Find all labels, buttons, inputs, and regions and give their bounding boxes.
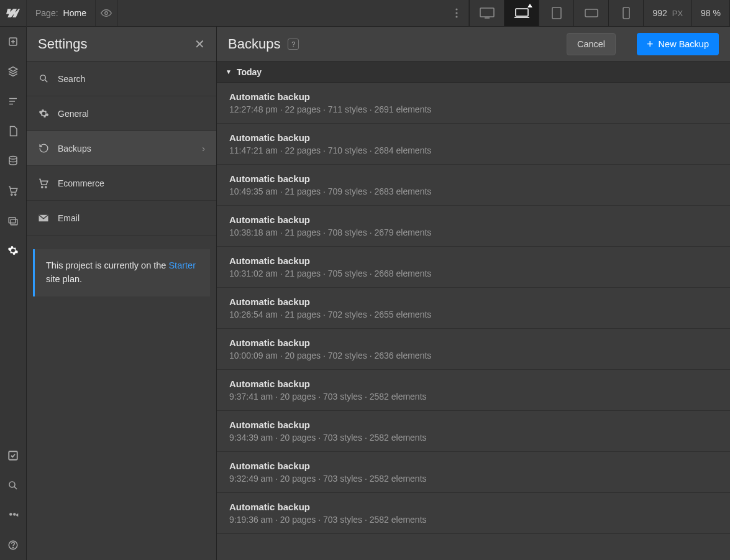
sidebar-item-label: Email: [58, 213, 80, 223]
svg-rect-20: [11, 219, 17, 225]
backup-title: Automatic backup: [229, 214, 718, 225]
device-mobile[interactable]: [608, 0, 643, 26]
topbar: Page: Home 992: [0, 0, 730, 27]
canvas-width-value: 992: [652, 8, 667, 18]
svg-line-23: [14, 487, 17, 489]
backup-title: Automatic backup: [229, 132, 718, 143]
triangle-down-icon: ▼: [226, 68, 232, 75]
backup-item[interactable]: Automatic backup 10:26:54 am · 21 pages …: [217, 288, 730, 329]
help-icon[interactable]: ?: [288, 39, 299, 50]
sidebar-item-ecommerce[interactable]: Ecommerce: [27, 166, 216, 201]
cart-icon: [38, 178, 49, 189]
svg-rect-4: [480, 8, 494, 17]
device-large[interactable]: [469, 0, 504, 26]
svg-point-25: [13, 513, 16, 516]
device-switcher: [469, 0, 643, 26]
svg-rect-8: [585, 9, 598, 17]
backup-item[interactable]: Automatic backup 9:19:36 am · 20 pages ·…: [217, 493, 730, 534]
chevron-right-icon: ›: [202, 144, 205, 154]
settings-menu: Search General Backups › Ecommerce Email: [27, 62, 216, 236]
backup-detail: 10:49:35 am · 21 pages · 709 styles · 26…: [229, 186, 718, 196]
close-icon[interactable]: ✕: [194, 37, 205, 52]
backup-title: Automatic backup: [229, 337, 718, 348]
symbols-icon[interactable]: [0, 57, 27, 86]
svg-point-27: [12, 548, 13, 548]
backup-detail: 10:38:18 am · 21 pages · 708 styles · 26…: [229, 227, 718, 237]
page-selector[interactable]: Page: Home: [27, 0, 96, 26]
backup-list: Automatic backup 12:27:48 pm · 22 pages …: [217, 83, 730, 560]
more-menu[interactable]: [444, 0, 469, 26]
backup-item[interactable]: Automatic backup 10:38:18 am · 21 pages …: [217, 206, 730, 247]
backup-item[interactable]: Automatic backup 10:00:09 am · 20 pages …: [217, 329, 730, 370]
page-name: Home: [63, 8, 86, 18]
search-rail-icon[interactable]: [0, 470, 27, 500]
backup-item[interactable]: Automatic backup 10:49:35 am · 21 pages …: [217, 165, 730, 206]
device-mobile-landscape[interactable]: [573, 0, 608, 26]
canvas-width[interactable]: 992 PX: [643, 0, 691, 26]
plan-note: This project is currently on the Starter…: [33, 249, 210, 296]
svg-point-16: [9, 157, 17, 160]
audit-icon[interactable]: [0, 441, 27, 470]
svg-rect-7: [552, 7, 561, 19]
svg-point-30: [42, 186, 43, 187]
settings-icon[interactable]: [0, 236, 27, 265]
backup-detail: 10:00:09 am · 20 pages · 702 styles · 26…: [229, 351, 718, 360]
device-desktop[interactable]: [504, 0, 539, 26]
svg-point-22: [9, 482, 15, 487]
svg-point-1: [455, 8, 457, 10]
preview-toggle[interactable]: [96, 0, 118, 26]
sidebar-item-search[interactable]: Search: [27, 62, 216, 96]
plus-icon: +: [647, 39, 654, 50]
settings-title: Settings: [38, 36, 88, 52]
backup-detail: 9:34:39 am · 20 pages · 703 styles · 258…: [229, 433, 718, 443]
svg-rect-9: [623, 7, 629, 19]
svg-point-18: [15, 194, 16, 195]
section-header-today[interactable]: ▼ Today: [217, 62, 730, 83]
backup-item[interactable]: Automatic backup 9:32:49 am · 20 pages ·…: [217, 452, 730, 493]
canvas-width-unit: PX: [672, 9, 683, 18]
svg-rect-19: [9, 218, 16, 223]
backup-item[interactable]: Automatic backup 12:27:48 pm · 22 pages …: [217, 83, 730, 124]
backup-item[interactable]: Automatic backup 9:37:41 am · 20 pages ·…: [217, 370, 730, 411]
cms-icon[interactable]: [0, 146, 27, 176]
backup-title: Automatic backup: [229, 255, 718, 266]
backup-title: Automatic backup: [229, 502, 718, 512]
sidebar-item-label: Search: [58, 74, 85, 84]
svg-point-0: [105, 12, 108, 15]
sidebar-item-label: General: [58, 109, 89, 119]
assets-icon[interactable]: [0, 206, 27, 236]
video-icon[interactable]: [0, 500, 27, 530]
settings-panel: Settings ✕ Search General Backups › Ecom…: [27, 27, 217, 560]
sidebar-item-backups[interactable]: Backups ›: [27, 131, 216, 166]
page-title: Backups: [228, 36, 280, 52]
device-tablet[interactable]: [539, 0, 573, 26]
backup-detail: 10:31:02 am · 21 pages · 705 styles · 26…: [229, 269, 718, 278]
backup-detail: 12:27:48 pm · 22 pages · 711 styles · 26…: [229, 104, 718, 114]
cancel-button[interactable]: Cancel: [567, 33, 616, 55]
ecommerce-icon[interactable]: [0, 176, 27, 206]
section-label: Today: [237, 67, 262, 77]
backup-title: Automatic backup: [229, 420, 718, 430]
pages-icon[interactable]: [0, 116, 27, 146]
help-rail-icon[interactable]: [0, 530, 27, 560]
sidebar-item-email[interactable]: Email: [27, 201, 216, 236]
backup-detail: 11:47:21 am · 22 pages · 710 styles · 26…: [229, 145, 718, 155]
backup-item[interactable]: Automatic backup 9:34:39 am · 20 pages ·…: [217, 411, 730, 452]
backup-title: Automatic backup: [229, 91, 718, 102]
sidebar-item-general[interactable]: General: [27, 96, 216, 131]
add-icon[interactable]: [0, 27, 27, 57]
new-backup-button[interactable]: +New Backup: [637, 33, 719, 55]
backup-item[interactable]: Automatic backup 11:47:21 am · 22 pages …: [217, 124, 730, 165]
svg-point-28: [40, 75, 45, 80]
backup-title: Automatic backup: [229, 173, 718, 184]
zoom-level[interactable]: 98 %: [691, 0, 730, 26]
plan-link[interactable]: Starter: [168, 260, 196, 270]
restore-icon: [38, 143, 49, 154]
webflow-logo[interactable]: [0, 0, 27, 27]
backup-item[interactable]: Automatic backup 10:31:02 am · 21 pages …: [217, 247, 730, 288]
svg-point-17: [11, 194, 12, 195]
navigator-icon[interactable]: [0, 86, 27, 116]
gear-icon: [38, 108, 49, 119]
backup-detail: 9:37:41 am · 20 pages · 703 styles · 258…: [229, 392, 718, 402]
backup-title: Automatic backup: [229, 296, 718, 307]
